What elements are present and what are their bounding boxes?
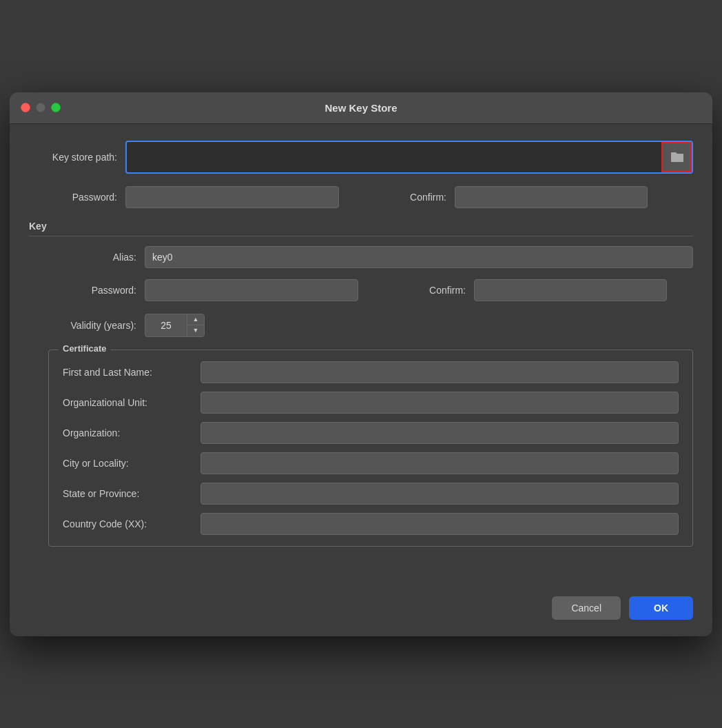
validity-label: Validity (years):: [48, 320, 145, 331]
cert-input-2[interactable]: [200, 422, 679, 444]
key-password-left: Password:: [48, 279, 358, 301]
key-store-path-row: Key store path:: [29, 141, 693, 174]
key-confirm-label: Confirm:: [378, 285, 474, 296]
confirm-input[interactable]: [455, 186, 648, 208]
password-label: Password:: [29, 192, 125, 203]
key-password-input[interactable]: [145, 279, 358, 301]
dialog-body: Key store path: Password: Confirm:: [10, 124, 712, 588]
traffic-lights: [21, 103, 61, 112]
password-right: Confirm:: [358, 186, 648, 208]
validity-input[interactable]: [145, 315, 187, 336]
dialog-title: New Key Store: [324, 102, 397, 114]
cert-label-1: Organizational Unit:: [63, 397, 200, 408]
spinner-down-button[interactable]: ▼: [187, 325, 204, 336]
password-input[interactable]: [125, 186, 339, 208]
spinner-up-button[interactable]: ▲: [187, 314, 204, 325]
cert-input-5[interactable]: [200, 513, 679, 535]
confirm-label: Confirm:: [358, 192, 455, 203]
password-left: Password:: [29, 186, 339, 208]
key-confirm-right: Confirm:: [378, 279, 667, 301]
key-store-path-wrapper: [125, 141, 693, 174]
cert-label-2: Organization:: [63, 427, 200, 438]
close-button[interactable]: [21, 103, 30, 112]
validity-row: Validity (years): ▲ ▼: [48, 314, 693, 337]
maximize-button[interactable]: [51, 103, 61, 112]
cert-input-1[interactable]: [200, 392, 679, 414]
folder-browse-button[interactable]: [661, 142, 692, 172]
key-store-path-input[interactable]: [127, 145, 661, 170]
cert-input-3[interactable]: [200, 452, 679, 474]
validity-spinner: ▲ ▼: [145, 314, 205, 337]
cert-row-2: Organization:: [63, 422, 679, 444]
key-section-title: Key: [29, 221, 693, 236]
cert-row-5: Country Code (XX):: [63, 513, 679, 535]
new-key-store-dialog: New Key Store Key store path: Password:: [10, 92, 712, 636]
key-store-path-label: Key store path:: [29, 152, 125, 163]
key-section: Key Alias: Password: Confirm:: [29, 221, 693, 566]
cert-row-3: City or Locality:: [63, 452, 679, 474]
password-row: Password: Confirm:: [29, 186, 693, 208]
key-password-row: Password: Confirm:: [48, 279, 693, 301]
cert-row-1: Organizational Unit:: [63, 392, 679, 414]
cert-row-4: State or Province:: [63, 483, 679, 505]
cert-label-3: City or Locality:: [63, 458, 200, 469]
alias-label: Alias:: [48, 252, 145, 263]
certificate-title: Certificate: [59, 343, 111, 354]
dialog-footer: Cancel OK: [10, 588, 712, 636]
cert-label-5: Country Code (XX):: [63, 518, 200, 529]
minimize-button[interactable]: [36, 103, 45, 112]
cert-input-4[interactable]: [200, 483, 679, 505]
spinner-buttons: ▲ ▼: [187, 314, 204, 336]
key-confirm-input[interactable]: [474, 279, 667, 301]
cancel-button[interactable]: Cancel: [552, 596, 621, 620]
certificate-section: Certificate First and Last Name: Organiz…: [48, 350, 693, 547]
alias-input[interactable]: [145, 246, 693, 268]
key-password-label: Password:: [48, 285, 145, 296]
alias-row: Alias:: [48, 246, 693, 268]
key-inner: Alias: Password: Confirm: Val: [29, 246, 693, 547]
cert-row-0: First and Last Name:: [63, 361, 679, 383]
cert-input-0[interactable]: [200, 361, 679, 383]
ok-button[interactable]: OK: [629, 596, 693, 620]
title-bar: New Key Store: [10, 92, 712, 124]
cert-label-0: First and Last Name:: [63, 367, 200, 378]
cert-label-4: State or Province:: [63, 488, 200, 499]
folder-icon: [670, 151, 685, 163]
